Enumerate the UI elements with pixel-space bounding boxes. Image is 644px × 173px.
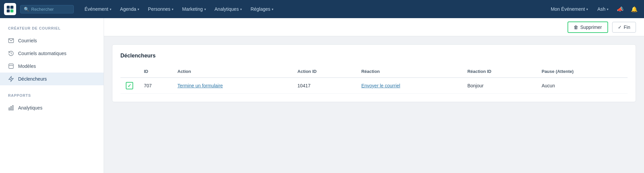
nav-right-section: Mon Événement ▾ Ash ▾ 📣 🔔	[547, 3, 640, 15]
col-header-pause: Pause (Attente)	[536, 66, 628, 78]
checkmark-icon: ✓	[618, 25, 622, 30]
template-icon	[8, 63, 14, 69]
chevron-down-icon: ▾	[138, 7, 139, 11]
check-icon: ✓	[127, 83, 131, 88]
table-header-row: ID Action Action ID Réaction Réaction ID…	[120, 66, 628, 78]
svg-rect-1	[10, 6, 13, 9]
svg-rect-8	[11, 106, 12, 110]
chevron-down-icon: ▾	[586, 7, 588, 11]
chevron-down-icon: ▾	[240, 7, 242, 11]
reaction-link[interactable]: Envoyer le courriel	[361, 83, 400, 88]
top-navigation: 🔍 Événement ▾ Agenda ▾ Personnes ▾ Marke…	[0, 0, 644, 18]
svg-rect-3	[10, 9, 13, 12]
chevron-down-icon: ▾	[607, 7, 608, 11]
megaphone-button[interactable]: 📣	[614, 3, 626, 15]
page-toolbar: 🗑 Supprimer ✓ Fin	[104, 18, 644, 36]
trigger-icon	[8, 76, 14, 82]
sidebar: CRÉATEUR DE COURRIEL Courriels Courriels…	[0, 18, 104, 173]
svg-rect-7	[9, 108, 10, 110]
search-input[interactable]	[31, 7, 70, 12]
content-area: Déclencheurs ID Action Action ID Réactio…	[104, 36, 644, 173]
mon-evenement-dropdown[interactable]: Mon Événement ▾	[547, 4, 591, 14]
analytics-icon	[8, 105, 14, 111]
sidebar-item-courriels-automatiques[interactable]: Courriels automatiques	[0, 47, 104, 60]
main-content: 🗑 Supprimer ✓ Fin Déclencheurs ID Action	[104, 18, 644, 173]
svg-rect-5	[9, 64, 13, 69]
nav-item-marketing[interactable]: Marketing ▾	[178, 4, 210, 14]
nav-item-evenement[interactable]: Événement ▾	[80, 4, 115, 14]
app-layout: CRÉATEUR DE COURRIEL Courriels Courriels…	[0, 18, 644, 173]
col-header-action-id: Action ID	[292, 66, 356, 78]
row-action: Termine un formulaire	[172, 78, 292, 94]
email-icon	[8, 38, 14, 44]
svg-rect-0	[7, 6, 10, 9]
search-icon: 🔍	[24, 7, 29, 12]
chevron-down-icon: ▾	[110, 7, 111, 11]
chevron-down-icon: ▾	[172, 7, 173, 11]
row-action-id: 10417	[292, 78, 356, 94]
main-nav-menu: Événement ▾ Agenda ▾ Personnes ▾ Marketi…	[80, 4, 546, 14]
nav-item-agenda[interactable]: Agenda ▾	[116, 4, 143, 14]
sidebar-section-reports: RAPPORTS	[0, 93, 104, 101]
row-pause: Aucun	[536, 78, 628, 94]
trash-icon: 🗑	[574, 25, 578, 30]
col-header-reaction: Réaction	[356, 66, 462, 78]
nav-item-reglages[interactable]: Réglages ▾	[247, 4, 277, 14]
auto-email-icon	[8, 50, 14, 56]
sidebar-item-analytiques[interactable]: Analytiques	[0, 101, 104, 114]
sidebar-item-courriels[interactable]: Courriels	[0, 34, 104, 47]
col-header-id: ID	[139, 66, 172, 78]
row-reaction-id: Bonjour	[462, 78, 536, 94]
row-checkbox[interactable]: ✓	[126, 82, 133, 89]
delete-button[interactable]: 🗑 Supprimer	[568, 21, 608, 33]
app-logo[interactable]	[4, 3, 16, 15]
sidebar-section-email-creator: CRÉATEUR DE COURRIEL	[0, 26, 104, 34]
table-row: ✓ 707 Termine un formulaire 10417 Envoye…	[120, 78, 628, 94]
chevron-down-icon: ▾	[204, 7, 206, 11]
triggers-table: ID Action Action ID Réaction Réaction ID…	[120, 66, 628, 94]
sidebar-item-modeles[interactable]: Modèles	[0, 60, 104, 73]
chevron-down-icon: ▾	[272, 7, 273, 11]
user-menu[interactable]: Ash ▾	[594, 4, 612, 14]
card-title: Déclencheurs	[120, 53, 628, 59]
nav-item-personnes[interactable]: Personnes ▾	[144, 4, 177, 14]
col-header-reaction-id: Réaction ID	[462, 66, 536, 78]
col-header-action: Action	[172, 66, 292, 78]
sidebar-reports-section: RAPPORTS Analytiques	[0, 93, 104, 114]
svg-rect-2	[7, 9, 10, 12]
search-box[interactable]: 🔍	[20, 5, 74, 13]
notifications-button[interactable]: 🔔	[629, 3, 640, 15]
action-link[interactable]: Termine un formulaire	[177, 83, 223, 88]
fin-button[interactable]: ✓ Fin	[612, 22, 636, 33]
sidebar-item-declencheurs[interactable]: Déclencheurs	[0, 73, 104, 85]
col-header-checkbox	[120, 66, 139, 78]
nav-item-analytiques[interactable]: Analytiques ▾	[211, 4, 246, 14]
row-checkbox-cell: ✓	[120, 78, 139, 94]
row-id: 707	[139, 78, 172, 94]
triggers-card: Déclencheurs ID Action Action ID Réactio…	[112, 44, 636, 102]
row-reaction: Envoyer le courriel	[356, 78, 462, 94]
svg-rect-9	[12, 105, 13, 110]
